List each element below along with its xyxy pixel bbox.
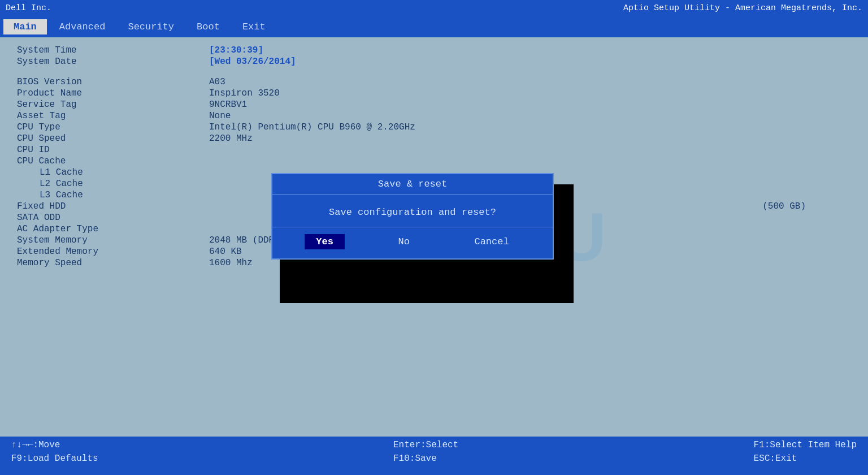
bottom-enter-hint: Enter:Select: [393, 440, 458, 450]
dialog-no-button[interactable]: No: [387, 234, 420, 249]
bottom-esc-hint: ESC:Exit: [754, 454, 857, 464]
bottom-col-2: Enter:Select F10:Save: [393, 440, 458, 472]
utility-title: Aptio Setup Utility - American Megatrend…: [623, 3, 862, 13]
nav-boot[interactable]: Boot: [186, 19, 230, 34]
dialog-overlay: Save & reset Save configuration and rese…: [0, 37, 868, 437]
nav-security[interactable]: Security: [118, 19, 184, 34]
dialog-buttons: Yes No Cancel: [272, 227, 553, 258]
bottom-col-3: F1:Select Item Help ESC:Exit: [754, 440, 857, 472]
main-content: GURU System Time [23:30:39] System Date …: [0, 37, 868, 437]
dialog-yes-button[interactable]: Yes: [305, 234, 345, 249]
dialog-cancel-button[interactable]: Cancel: [463, 234, 520, 249]
nav-exit[interactable]: Exit: [232, 19, 276, 34]
dialog-message: Save configuration and reset?: [272, 195, 553, 227]
nav-main[interactable]: Main: [3, 19, 47, 34]
bottom-col-1: ↑↓→←:Move F9:Load Defaults: [11, 440, 98, 472]
dialog-title: Save & reset: [272, 174, 553, 195]
bottom-save-hint: F10:Save: [393, 454, 458, 464]
bottom-help-hint: F1:Select Item Help: [754, 440, 857, 450]
vendor-name: Dell Inc.: [6, 3, 51, 13]
bottom-load-defaults-hint: F9:Load Defaults: [11, 454, 98, 464]
nav-advanced[interactable]: Advanced: [49, 19, 116, 34]
nav-bar: Main Advanced Security Boot Exit: [0, 16, 868, 37]
bottom-bar: ↑↓→←:Move F9:Load Defaults Enter:Select …: [0, 437, 868, 475]
bottom-move-hint: ↑↓→←:Move: [11, 440, 98, 450]
save-reset-dialog: Save & reset Save configuration and rese…: [271, 173, 554, 260]
